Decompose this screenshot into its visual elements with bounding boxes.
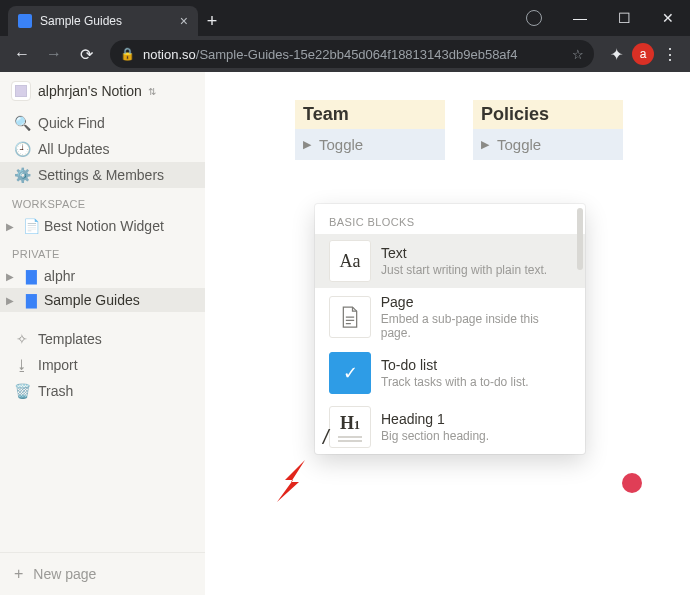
scrollbar-thumb[interactable] bbox=[577, 208, 583, 270]
disclosure-triangle-icon[interactable]: ▶ bbox=[6, 295, 20, 306]
help-bubble-icon[interactable] bbox=[622, 473, 642, 493]
toggle-label: Toggle bbox=[497, 136, 541, 153]
section-private-label: PRIVATE bbox=[0, 238, 205, 264]
window-titlebar: Sample Guides × + — ☐ ✕ bbox=[0, 0, 690, 36]
browser-tab[interactable]: Sample Guides × bbox=[8, 6, 198, 36]
slash-item-heading-1[interactable]: H1 Heading 1 Big section heading. bbox=[315, 400, 585, 454]
trash-label: Trash bbox=[38, 383, 73, 399]
slash-item-title: Heading 1 bbox=[381, 411, 489, 427]
settings-members-button[interactable]: ⚙️ Settings & Members bbox=[0, 162, 205, 188]
slash-menu-section-label: BASIC BLOCKS bbox=[315, 204, 585, 234]
clock-icon: 🕘 bbox=[12, 141, 32, 157]
svg-marker-0 bbox=[277, 460, 305, 502]
annotation-arrow bbox=[265, 452, 323, 510]
templates-label: Templates bbox=[38, 331, 102, 347]
import-label: Import bbox=[38, 357, 78, 373]
workspace-icon bbox=[12, 82, 30, 100]
plus-icon: + bbox=[14, 565, 23, 583]
gear-icon: ⚙️ bbox=[12, 167, 32, 183]
templates-button[interactable]: ✧ Templates bbox=[0, 326, 205, 352]
tab-favicon bbox=[18, 14, 32, 28]
bookmark-star-icon[interactable]: ☆ bbox=[572, 47, 584, 62]
templates-icon: ✧ bbox=[12, 331, 32, 347]
page-content: Team ▶ Toggle Policies ▶ Toggle BASIC BL… bbox=[205, 72, 690, 595]
slash-item-desc: Embed a sub-page inside this page. bbox=[381, 312, 571, 340]
card-heading[interactable]: Team bbox=[295, 100, 445, 129]
forward-button[interactable]: → bbox=[40, 40, 68, 68]
card-team: Team ▶ Toggle bbox=[295, 100, 445, 160]
back-button[interactable]: ← bbox=[8, 40, 36, 68]
slash-item-todo[interactable]: To-do list Track tasks with a to-do list… bbox=[315, 346, 585, 400]
toggle-block[interactable]: ▶ Toggle bbox=[295, 129, 445, 160]
page-icon: 📄 bbox=[22, 218, 40, 234]
slash-item-title: Text bbox=[381, 245, 547, 261]
slash-item-title: To-do list bbox=[381, 357, 529, 373]
todo-block-icon bbox=[329, 352, 371, 394]
window-controls: — ☐ ✕ bbox=[514, 0, 690, 36]
trash-icon: 🗑️ bbox=[12, 383, 32, 399]
slash-item-desc: Just start writing with plain text. bbox=[381, 263, 547, 277]
url-path: /Sample-Guides-15e22bb45d064f18813143db9… bbox=[196, 47, 518, 62]
browser-menu-icon[interactable]: ⋮ bbox=[658, 45, 682, 64]
search-icon: 🔍 bbox=[12, 115, 32, 131]
toggle-triangle-icon: ▶ bbox=[481, 138, 489, 151]
slash-command-menu: BASIC BLOCKS Aa Text Just start writing … bbox=[315, 204, 585, 454]
reload-button[interactable]: ⟳ bbox=[72, 40, 100, 68]
page-icon: ▇ bbox=[22, 268, 40, 284]
heading1-block-icon: H1 bbox=[329, 406, 371, 448]
quick-find-label: Quick Find bbox=[38, 115, 105, 131]
page-title: Best Notion Widget bbox=[44, 218, 164, 234]
minimize-button[interactable]: — bbox=[558, 0, 602, 36]
notion-app: alphrjan's Notion ⇅ 🔍 Quick Find 🕘 All U… bbox=[0, 72, 690, 595]
text-block-icon: Aa bbox=[329, 240, 371, 282]
browser-toolbar: ← → ⟳ 🔒 notion.so/Sample-Guides-15e22bb4… bbox=[0, 36, 690, 72]
all-updates-button[interactable]: 🕘 All Updates bbox=[0, 136, 205, 162]
sidebar: alphrjan's Notion ⇅ 🔍 Quick Find 🕘 All U… bbox=[0, 72, 205, 595]
slash-item-page[interactable]: Page Embed a sub-page inside this page. bbox=[315, 288, 585, 346]
new-tab-button[interactable]: + bbox=[198, 6, 226, 36]
trash-button[interactable]: 🗑️ Trash bbox=[0, 378, 205, 404]
updown-icon: ⇅ bbox=[148, 86, 156, 97]
import-button[interactable]: ⭳ Import bbox=[0, 352, 205, 378]
page-title: alphr bbox=[44, 268, 75, 284]
card-heading[interactable]: Policies bbox=[473, 100, 623, 129]
slash-character: / bbox=[323, 426, 329, 449]
slash-item-text[interactable]: Aa Text Just start writing with plain te… bbox=[315, 234, 585, 288]
close-window-button[interactable]: ✕ bbox=[646, 0, 690, 36]
quick-find-button[interactable]: 🔍 Quick Find bbox=[0, 110, 205, 136]
disclosure-triangle-icon[interactable]: ▶ bbox=[6, 271, 20, 282]
sidebar-page-alphr[interactable]: ▶ ▇ alphr bbox=[0, 264, 205, 288]
profile-avatar[interactable]: a bbox=[632, 43, 654, 65]
new-page-button[interactable]: + New page bbox=[0, 552, 205, 595]
workspace-switcher[interactable]: alphrjan's Notion ⇅ bbox=[0, 72, 205, 110]
tab-title: Sample Guides bbox=[40, 14, 122, 28]
slash-item-title: Page bbox=[381, 294, 571, 310]
settings-label: Settings & Members bbox=[38, 167, 164, 183]
incognito-icon bbox=[514, 0, 558, 36]
page-block-icon bbox=[329, 296, 371, 338]
disclosure-triangle-icon[interactable]: ▶ bbox=[6, 221, 20, 232]
card-policies: Policies ▶ Toggle bbox=[473, 100, 623, 160]
new-page-label: New page bbox=[33, 566, 96, 582]
page-title: Sample Guides bbox=[44, 292, 140, 308]
page-icon: ▇ bbox=[22, 292, 40, 308]
slash-item-desc: Track tasks with a to-do list. bbox=[381, 375, 529, 389]
section-workspace-label: WORKSPACE bbox=[0, 188, 205, 214]
extensions-icon[interactable]: ✦ bbox=[604, 45, 628, 64]
toggle-block[interactable]: ▶ Toggle bbox=[473, 129, 623, 160]
slash-item-desc: Big section heading. bbox=[381, 429, 489, 443]
sidebar-page-sample-guides[interactable]: ▶ ▇ Sample Guides bbox=[0, 288, 205, 312]
download-icon: ⭳ bbox=[12, 357, 32, 373]
lock-icon: 🔒 bbox=[120, 47, 135, 61]
workspace-name: alphrjan's Notion bbox=[38, 83, 142, 99]
url-host: notion.so bbox=[143, 47, 196, 62]
address-bar[interactable]: 🔒 notion.so/Sample-Guides-15e22bb45d064f… bbox=[110, 40, 594, 68]
toggle-label: Toggle bbox=[319, 136, 363, 153]
sidebar-page-best-notion-widget[interactable]: ▶ 📄 Best Notion Widget bbox=[0, 214, 205, 238]
maximize-button[interactable]: ☐ bbox=[602, 0, 646, 36]
all-updates-label: All Updates bbox=[38, 141, 110, 157]
toggle-triangle-icon: ▶ bbox=[303, 138, 311, 151]
close-tab-icon[interactable]: × bbox=[180, 13, 188, 29]
